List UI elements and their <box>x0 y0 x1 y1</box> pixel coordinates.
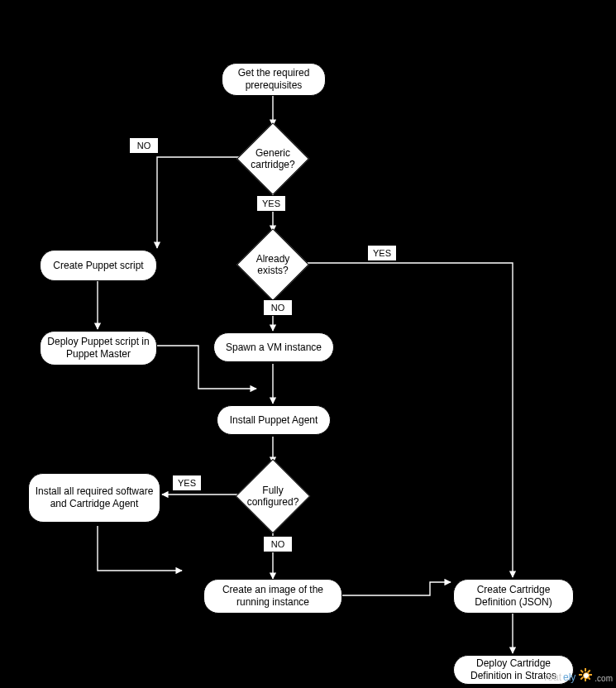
decision-generic-cartridge: Generic cartridge? <box>238 124 308 194</box>
label-text: NO <box>271 539 285 549</box>
sun-icon <box>579 668 592 681</box>
node-label: Already exists? <box>238 253 308 277</box>
node-label: Generic cartridge? <box>238 147 308 171</box>
label-text: YES <box>373 248 391 258</box>
edge-label-no: NO <box>263 536 293 552</box>
decision-already-exists: Already exists? <box>238 230 308 299</box>
node-label: Deploy Puppet script in Puppet Master <box>45 336 151 361</box>
edge-label-yes: YES <box>367 245 397 261</box>
brand-text: ely <box>563 671 575 683</box>
edge-label-yes: YES <box>172 475 202 491</box>
flowchart-canvas: Get the required prerequisites Generic c… <box>0 0 616 688</box>
node-create-image: Create an image of the running instance <box>203 579 342 614</box>
label-text: NO <box>137 141 151 150</box>
creately-watermark: reately .com <box>544 668 613 683</box>
node-label: Spawn a VM instance <box>226 342 322 354</box>
edge-label-yes: YES <box>256 195 286 212</box>
node-label: Install Puppet Agent <box>230 414 318 427</box>
node-get-prerequisites: Get the required prerequisites <box>222 63 326 96</box>
node-label: Create Cartridge Definition (JSON) <box>459 584 568 609</box>
node-create-puppet-script: Create Puppet script <box>40 250 157 281</box>
brand-text: reat <box>544 671 561 683</box>
node-deploy-puppet-master: Deploy Puppet script in Puppet Master <box>40 331 157 366</box>
node-label: Get the required prerequisites <box>227 67 320 92</box>
edge-label-no: NO <box>263 299 293 316</box>
edge-label-no: NO <box>129 137 159 154</box>
node-spawn-vm: Spawn a VM instance <box>213 332 334 362</box>
node-install-software-cartridge-agent: Install all required software and Cartri… <box>28 473 160 523</box>
decision-fully-configured: Fully configured? <box>236 460 309 533</box>
node-label: Install all required software and Cartri… <box>34 485 155 510</box>
brand-tld: .com <box>595 674 613 683</box>
node-label: Create Puppet script <box>53 260 143 272</box>
label-text: YES <box>178 478 196 488</box>
node-create-cartridge-definition: Create Cartridge Definition (JSON) <box>453 579 574 614</box>
label-text: YES <box>262 198 280 208</box>
node-label: Create an image of the running instance <box>209 584 337 609</box>
node-label: Fully configured? <box>236 485 309 509</box>
node-install-puppet-agent: Install Puppet Agent <box>217 405 331 435</box>
label-text: NO <box>271 303 285 313</box>
